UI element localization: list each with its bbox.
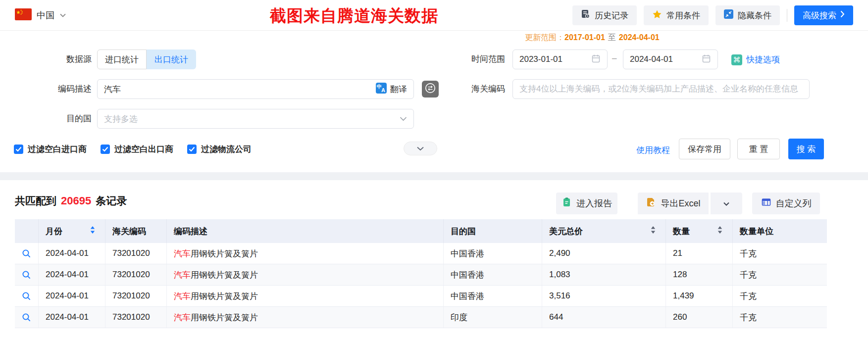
- cell-hs-code: 73201020: [105, 264, 167, 285]
- row-detail-button[interactable]: [15, 286, 39, 306]
- table-row: 2024-04-01 73201020 汽车用钢铁片簧及簧片 中国香港 1,08…: [15, 264, 827, 286]
- advanced-search-button[interactable]: 高级搜索: [794, 5, 853, 25]
- section-separator: [0, 172, 868, 180]
- export-excel-label: 导出Excel: [661, 197, 700, 209]
- cell-country: 印度: [444, 307, 542, 328]
- cell-usd: 644: [542, 307, 666, 328]
- filter-checkboxes: 过滤空白进口商 过滤空白出口商 过滤物流公司: [14, 144, 252, 155]
- header-qty-label: 数量: [673, 226, 690, 237]
- cell-month: 2024-04-01: [39, 243, 105, 264]
- filter-logistics[interactable]: 过滤物流公司: [187, 144, 252, 155]
- hs-code-field: [512, 79, 810, 99]
- cell-qty: 128: [666, 264, 733, 285]
- hide-conditions-label: 隐藏条件: [738, 10, 771, 21]
- enter-report-button[interactable]: 进入报告: [556, 193, 617, 214]
- history-button[interactable]: 历史记录: [572, 5, 637, 25]
- reset-button[interactable]: 重 置: [737, 139, 780, 159]
- data-source-label: 数据源: [27, 53, 92, 65]
- results-summary: 共匹配到 20695 条记录: [15, 194, 127, 208]
- tab-export-stats[interactable]: 出口统计: [147, 49, 196, 69]
- cell-usd: 2,490: [542, 243, 666, 264]
- tab-import-stats[interactable]: 进口统计: [97, 49, 147, 69]
- svg-text:A: A: [381, 87, 385, 93]
- chevron-down-icon: [59, 11, 66, 20]
- tutorial-link[interactable]: 使用教程: [636, 145, 670, 156]
- checkbox-checked-icon: [187, 145, 197, 154]
- chevron-down-icon: [400, 114, 407, 123]
- filter-blank-importer[interactable]: 过滤空白进口商: [14, 144, 87, 155]
- export-options-dropdown[interactable]: [710, 193, 742, 214]
- cell-month: 2024-04-01: [39, 264, 105, 285]
- date-end-input[interactable]: 2024-04-01: [623, 49, 718, 69]
- row-detail-button[interactable]: [15, 243, 39, 264]
- date-end-value: 2024-04-01: [630, 54, 673, 64]
- favorites-button[interactable]: 常用条件: [644, 5, 709, 25]
- hs-code-label: 海关编码: [441, 83, 505, 95]
- cell-hs-code: 73201020: [105, 243, 167, 264]
- cell-month: 2024-04-01: [39, 307, 105, 328]
- row-detail-button[interactable]: [15, 264, 39, 285]
- filter-blank-exporter[interactable]: 过滤空白出口商: [101, 144, 173, 155]
- cell-hs-code: 73201020: [105, 307, 167, 328]
- columns-grid-icon: [761, 197, 771, 210]
- data-source-tabs: 进口统计 出口统计: [97, 49, 196, 69]
- save-conditions-button[interactable]: 保存常用: [679, 139, 730, 159]
- header-month-label: 月份: [46, 226, 62, 237]
- translate-button[interactable]: 中A 翻译: [376, 83, 407, 96]
- sort-icon[interactable]: [651, 226, 656, 237]
- magnifier-icon: [22, 292, 31, 301]
- dest-country-label: 目的国: [27, 113, 92, 124]
- favorites-label: 常用条件: [666, 10, 700, 21]
- hide-conditions-button[interactable]: 隐藏条件: [715, 5, 780, 25]
- table-row: 2024-04-01 73201020 汽车用钢铁片簧及簧片 中国香港 3,51…: [15, 286, 827, 307]
- table-header-row: 月份 海关编码 编码描述 目的国 美元总价 数量 数量单位: [15, 219, 827, 243]
- header-month[interactable]: 月份: [39, 219, 105, 243]
- synonym-exchange-button[interactable]: [422, 81, 439, 97]
- row-detail-button[interactable]: [15, 307, 39, 328]
- cell-unit: 千克: [733, 243, 827, 264]
- advanced-search-label: 高级搜索: [803, 10, 836, 21]
- time-range-label: 时间范围: [441, 53, 505, 65]
- country-selector[interactable]: 中国: [15, 8, 66, 22]
- magnifier-icon: [22, 313, 31, 322]
- desc-rest: 用钢铁片簧及簧片: [191, 248, 258, 259]
- search-button[interactable]: 搜 索: [788, 139, 824, 159]
- dest-country-placeholder: 支持多选: [104, 113, 138, 125]
- expand-conditions-button[interactable]: [404, 142, 437, 155]
- cell-hs-code: 73201020: [105, 286, 167, 306]
- sort-icon[interactable]: [90, 226, 95, 237]
- date-range-separator: –: [612, 53, 616, 63]
- quick-options-label: 快捷选项: [746, 54, 780, 65]
- enter-report-label: 进入报告: [576, 197, 612, 209]
- excel-export-icon: [646, 197, 656, 210]
- update-range-to-word: 至: [608, 33, 616, 42]
- command-icon: ⌘: [731, 54, 742, 65]
- results-table: 月份 海关编码 编码描述 目的国 美元总价 数量 数量单位 2024-04-: [15, 219, 827, 328]
- exchange-icon: [424, 82, 436, 96]
- sort-icon[interactable]: [717, 226, 722, 237]
- code-desc-input[interactable]: [104, 84, 376, 94]
- hs-code-input[interactable]: [519, 84, 803, 94]
- header-search-column: [15, 219, 39, 243]
- header-quantity[interactable]: 数量: [666, 219, 733, 243]
- header-usd-total[interactable]: 美元总价: [542, 219, 666, 243]
- custom-columns-button[interactable]: 自定义列: [752, 193, 820, 214]
- desc-highlight: 汽车: [174, 312, 191, 323]
- collapse-icon: [724, 9, 733, 21]
- table-row: 2024-04-01 73201020 汽车用钢铁片簧及簧片 中国香港 2,49…: [15, 243, 827, 264]
- dest-country-select[interactable]: 支持多选: [97, 109, 414, 129]
- quick-options-link[interactable]: ⌘ 快捷选项: [731, 54, 780, 65]
- magnifier-icon: [22, 270, 31, 280]
- desc-rest: 用钢铁片簧及簧片: [191, 291, 258, 302]
- topbar: 中国 截图来自腾道海关数据 历史记录 常用条件 隐藏条件 高级搜索: [0, 0, 868, 31]
- watermark-banner: 截图来自腾道海关数据: [270, 5, 438, 27]
- cell-month: 2024-04-01: [39, 286, 105, 306]
- export-excel-button[interactable]: 导出Excel: [638, 193, 709, 214]
- chevron-down-icon: [723, 198, 730, 209]
- star-icon: [652, 9, 662, 22]
- cell-desc: 汽车用钢铁片簧及簧片: [167, 307, 444, 328]
- header-hs-code: 海关编码: [105, 219, 167, 243]
- translate-icon: 中A: [376, 83, 387, 96]
- date-start-input[interactable]: 2023-01-01: [512, 49, 608, 69]
- desc-highlight: 汽车: [174, 269, 191, 281]
